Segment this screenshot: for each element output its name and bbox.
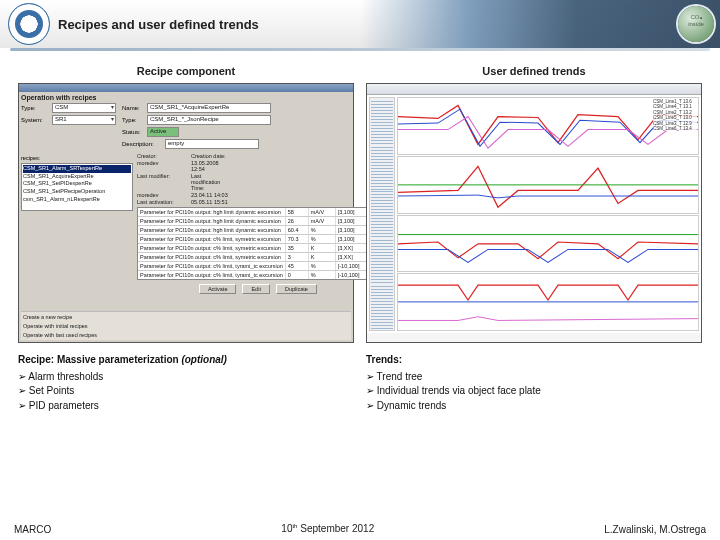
left-notes: Recipe: Massive parameterization (option… <box>18 353 354 413</box>
right-notes: Trends: Trend tree Individual trends via… <box>366 353 702 413</box>
trends-panel: CSM_Line1_T 13.6 CSM_Line4_T 13.1CSM_Lin… <box>366 83 702 343</box>
status-field: Active <box>147 127 179 137</box>
notes-row: Recipe: Massive parameterization (option… <box>0 343 720 413</box>
cern-logo <box>8 3 50 45</box>
recipe-panel-title: Operation with recipes <box>21 94 351 101</box>
system-dropdown[interactable]: SR1 <box>52 115 116 125</box>
bullet: PID parameters <box>18 399 354 414</box>
table-row: Parameter for PCI10n output: c% limit, s… <box>138 244 378 253</box>
lastmod-time-label: Last modification Time: <box>191 173 231 191</box>
type-dropdown[interactable]: CSM <box>52 103 116 113</box>
slide-title: Recipes and user defined trends <box>58 17 259 32</box>
trend-chart-3 <box>397 215 699 273</box>
panels-row: Recipe component Operation with recipes … <box>0 59 720 343</box>
desc-field[interactable]: empty <box>165 139 259 149</box>
chart-1-legend: CSM_Line1_T 13.6 CSM_Line4_T 13.1CSM_Lin… <box>653 99 697 131</box>
table-row: Parameter for PCI10n output: c% limit, t… <box>138 262 378 271</box>
footer-center: 10th September 2012 <box>281 523 374 534</box>
creation-date-label: Creation date: <box>191 153 231 159</box>
recipes-label: recipes: <box>21 155 133 161</box>
name-field[interactable]: CSM_SR1_*AcquireExpertRe <box>147 103 271 113</box>
bullet: Alarm thresholds <box>18 370 354 385</box>
creator-value: moredev <box>137 160 185 172</box>
creation-date-value: 13.05.2008 12:54 <box>191 160 231 172</box>
lastact-label: Last activation: <box>137 199 185 205</box>
slide-header: Recipes and user defined trends <box>0 0 720 48</box>
list-item[interactable]: CSM_SR1_AcquireExpertRe <box>23 173 131 181</box>
creator-label: Creator: <box>137 153 185 159</box>
left-notes-title: Recipe: Massive parameterization <box>18 354 179 365</box>
left-column: Recipe component Operation with recipes … <box>18 65 354 343</box>
operate-initial-link[interactable]: Operate with initial recipes <box>23 323 349 329</box>
right-notes-title: Trends: <box>366 354 402 365</box>
type-label: Type: <box>21 105 49 111</box>
rtype-field[interactable]: CSM_SR1_*_JsonRecipe <box>147 115 271 125</box>
status-label: Status: <box>122 129 144 135</box>
system-label: System: <box>21 117 49 123</box>
recipe-panel: Operation with recipes Type: CSM System:… <box>18 83 354 343</box>
header-divider <box>10 48 710 51</box>
header-graphic <box>360 0 720 48</box>
lastmod-time-value: 23.04.11 14:03 <box>191 192 231 198</box>
right-heading: User defined trends <box>366 65 702 77</box>
list-item[interactable]: CSM_SR1_Alarm_SRTexpertRe <box>23 165 131 173</box>
bullet: Trend tree <box>366 370 702 385</box>
trend-chart-2 <box>397 156 699 214</box>
table-row: Parameter for PCI10n output: c% limit, s… <box>138 253 378 262</box>
recipe-panel-titlebar <box>19 84 353 92</box>
table-row: Parameter for PCI10n output: c% limit, s… <box>138 235 378 244</box>
bullet: Individual trends via object face plate <box>366 384 702 399</box>
operate-last-link[interactable]: Operate with last used recipes <box>23 332 349 338</box>
list-item[interactable]: CSM_SR1_SetPIDexpertRe <box>23 180 131 188</box>
duplicate-button[interactable]: Duplicate <box>276 284 317 294</box>
activate-button[interactable]: Activate <box>199 284 237 294</box>
slide-footer: MARCO 10th September 2012 L.Zwalinski, M… <box>0 518 720 540</box>
edit-button[interactable]: Edit <box>242 284 269 294</box>
left-notes-optional: (optional) <box>181 354 227 365</box>
params-table: Parameter for PCI10n output: hgh limit d… <box>137 207 379 280</box>
trend-chart-4 <box>397 273 699 331</box>
lastact-value: 05.05.11 15:51 <box>191 199 231 205</box>
create-new-recipe-link[interactable]: Create a new recipe <box>23 314 349 320</box>
left-heading: Recipe component <box>18 65 354 77</box>
trends-toolbar <box>367 84 701 95</box>
lastmod-value: moredev <box>137 192 185 198</box>
list-item[interactable]: csm_SR1_Alarm_nLRexpertRe <box>23 196 131 204</box>
table-row: Parameter for PCI10n output: hgh limit d… <box>138 226 378 235</box>
desc-label: Description: <box>122 141 162 147</box>
name-label: Name: <box>122 105 144 111</box>
footer-right: L.Zwalinski, M.Ostrega <box>604 524 706 535</box>
table-row: Parameter for PCI10n output: hgh limit d… <box>138 208 378 217</box>
right-column: User defined trends CSM_Line1_T 13.6 CSM… <box>366 65 702 343</box>
table-row: Parameter for PCI10n output: hgh limit d… <box>138 217 378 226</box>
recipe-panel-footer: Create a new recipe Operate with initial… <box>21 311 351 340</box>
rtype-label: Type: <box>122 117 144 123</box>
list-item[interactable]: CSM_SR1_SetPRecipeOperation <box>23 188 131 196</box>
lastmod-label: Last modifier: <box>137 173 185 191</box>
bullet: Set Points <box>18 384 354 399</box>
table-row: Parameter for PCI10n output: c% limit, t… <box>138 271 378 279</box>
footer-left: MARCO <box>14 524 51 535</box>
trend-chart-1: CSM_Line1_T 13.6 CSM_Line4_T 13.1CSM_Lin… <box>397 97 699 155</box>
recipes-listbox[interactable]: CSM_SR1_Alarm_SRTexpertRe CSM_SR1_Acquir… <box>21 163 133 211</box>
bullet: Dynamic trends <box>366 399 702 414</box>
trend-tree[interactable] <box>369 97 395 331</box>
